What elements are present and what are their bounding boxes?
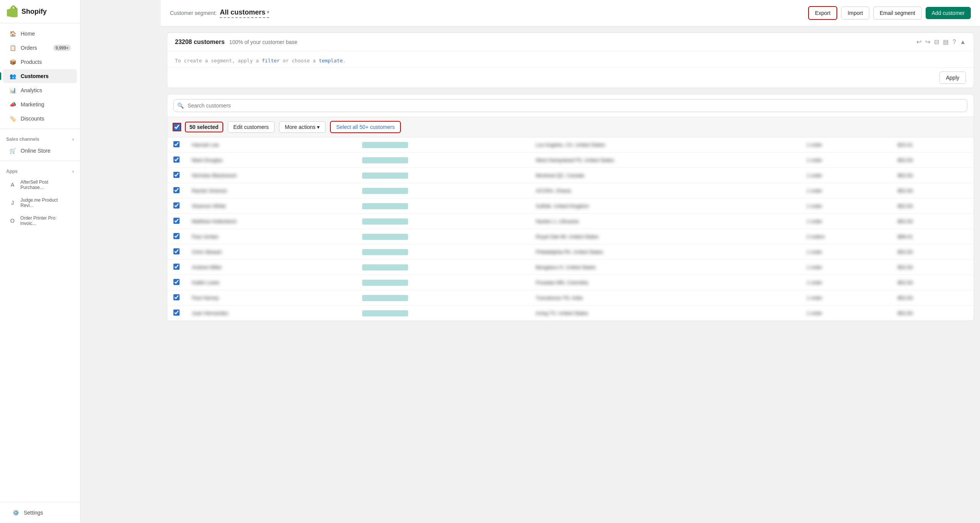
store-icon: 🛒 bbox=[9, 147, 16, 154]
table-row: Shannon White Suffolk, United Kingdom 1 … bbox=[167, 199, 973, 214]
row-checkbox-cell[interactable] bbox=[167, 183, 186, 199]
add-customer-button[interactable]: Add customer bbox=[926, 7, 971, 19]
row-checkbox[interactable] bbox=[173, 310, 180, 316]
sidebar-item-marketing[interactable]: 📣 Marketing bbox=[3, 98, 77, 111]
row-email-value bbox=[362, 188, 408, 194]
sidebar-item-judgeme-label: Judge.me Product Revi... bbox=[21, 197, 71, 208]
row-checkbox-cell[interactable] bbox=[167, 260, 186, 275]
row-orders: 1 order bbox=[800, 290, 892, 306]
row-name[interactable]: Chris Stewart bbox=[186, 244, 356, 260]
row-name[interactable]: Andrew Miller bbox=[186, 260, 356, 275]
row-location: ACCRA, Ghana bbox=[530, 183, 800, 199]
row-checkbox-cell[interactable] bbox=[167, 137, 186, 153]
edit-customers-button[interactable]: Edit customers bbox=[228, 121, 275, 133]
row-email-value bbox=[362, 295, 408, 301]
template-icon[interactable]: ▤ bbox=[943, 38, 949, 46]
row-checkbox[interactable] bbox=[173, 294, 180, 300]
filter-icon[interactable]: ⊟ bbox=[934, 38, 939, 46]
row-checkbox[interactable] bbox=[173, 172, 180, 178]
row-checkbox-cell[interactable] bbox=[167, 168, 186, 183]
segment-name[interactable]: All customers ▾ bbox=[220, 8, 269, 18]
row-amount: $89.41 bbox=[892, 229, 973, 244]
filter-link[interactable]: filter bbox=[262, 58, 280, 64]
collapse-icon[interactable]: ▲ bbox=[960, 39, 966, 46]
row-checkbox-cell[interactable] bbox=[167, 306, 186, 321]
selected-count-badge: 50 selected bbox=[185, 122, 223, 132]
row-checkbox[interactable] bbox=[173, 156, 180, 163]
orderprinter-icon: O bbox=[9, 217, 16, 224]
segment-hint: To create a segment, apply a filter or c… bbox=[175, 58, 346, 64]
undo-icon[interactable]: ↩ bbox=[916, 38, 921, 46]
more-actions-chevron-icon: ▾ bbox=[317, 124, 320, 130]
select-all-checkbox[interactable] bbox=[173, 124, 180, 130]
app-name: Shopify bbox=[21, 8, 47, 16]
row-amount: $52.83 bbox=[892, 168, 973, 183]
row-checkbox-cell[interactable] bbox=[167, 153, 186, 168]
sidebar-item-orders[interactable]: 📋 Orders 9,999+ bbox=[3, 41, 77, 55]
search-customers-input[interactable] bbox=[173, 99, 967, 112]
row-location: Irving TX, United States bbox=[530, 306, 800, 321]
select-all-customers-button[interactable]: Select all 50+ customers bbox=[330, 121, 401, 133]
import-button[interactable]: Import bbox=[841, 7, 869, 20]
template-link[interactable]: template bbox=[319, 58, 343, 64]
row-checkbox[interactable] bbox=[173, 233, 180, 239]
row-name[interactable]: Shannon White bbox=[186, 199, 356, 214]
row-email-value bbox=[362, 173, 408, 179]
row-checkbox[interactable] bbox=[173, 187, 180, 193]
row-orders: 1 order bbox=[800, 183, 892, 199]
email-segment-button[interactable]: Email segment bbox=[873, 7, 922, 20]
chevron-down-icon: ▾ bbox=[267, 10, 269, 15]
row-checkbox-cell[interactable] bbox=[167, 290, 186, 306]
row-amount: $52.83 bbox=[892, 260, 973, 275]
sidebar-item-aftersell[interactable]: A AfterSell Post Purchase... bbox=[3, 176, 77, 194]
export-button[interactable]: Export bbox=[808, 6, 837, 20]
row-orders: 1 order bbox=[800, 214, 892, 229]
segment-panel: 23208 customers 100% of your customer ba… bbox=[167, 33, 974, 88]
row-checkbox-cell[interactable] bbox=[167, 244, 186, 260]
sidebar-item-products[interactable]: 📦 Products bbox=[3, 55, 77, 69]
customer-rows: Hannah Lee Los Angeles, CA, United State… bbox=[167, 137, 973, 321]
sidebar-item-judgeme[interactable]: J Judge.me Product Revi... bbox=[3, 194, 77, 212]
sidebar-item-orderprinter[interactable]: O Order Printer Pro: Invoic... bbox=[3, 212, 77, 230]
search-bar-wrapper: 🔍 bbox=[173, 99, 967, 112]
row-checkbox[interactable] bbox=[173, 218, 180, 224]
sidebar-item-analytics[interactable]: 📊 Analytics bbox=[3, 83, 77, 97]
sidebar-item-home[interactable]: 🏠 Home bbox=[3, 27, 77, 41]
row-name[interactable]: Kaitlin Lewis bbox=[186, 275, 356, 290]
row-checkbox-cell[interactable] bbox=[167, 214, 186, 229]
sidebar-item-online-store[interactable]: 🛒 Online Store bbox=[3, 144, 77, 158]
row-checkbox[interactable] bbox=[173, 279, 180, 285]
row-name[interactable]: Hannah Lee bbox=[186, 137, 356, 153]
segment-panel-header: 23208 customers 100% of your customer ba… bbox=[167, 33, 973, 51]
row-checkbox-cell[interactable] bbox=[167, 199, 186, 214]
row-name[interactable]: Paul Harvey bbox=[186, 290, 356, 306]
row-checkbox-cell[interactable] bbox=[167, 229, 186, 244]
sidebar-item-aftersell-label: AfterSell Post Purchase... bbox=[20, 179, 71, 190]
row-checkbox-cell[interactable] bbox=[167, 275, 186, 290]
row-checkbox[interactable] bbox=[173, 202, 180, 209]
row-email-value bbox=[362, 157, 408, 163]
row-checkbox[interactable] bbox=[173, 248, 180, 254]
help-icon[interactable]: ? bbox=[952, 39, 956, 46]
row-checkbox[interactable] bbox=[173, 141, 180, 147]
row-name[interactable]: Rachel Jimenez bbox=[186, 183, 356, 199]
analytics-icon: 📊 bbox=[9, 87, 16, 94]
row-email-value bbox=[362, 234, 408, 240]
sidebar-item-settings[interactable]: ⚙️ Settings bbox=[6, 506, 74, 520]
row-name[interactable]: Paul Jordan bbox=[186, 229, 356, 244]
sidebar-item-customers[interactable]: 👥 Customers bbox=[3, 69, 77, 83]
row-name[interactable]: Matthew Hollenbeck bbox=[186, 214, 356, 229]
table-row: Nicholas Blackwood Montreal QC, Canada 1… bbox=[167, 168, 973, 183]
row-email bbox=[356, 244, 530, 260]
table-row: Paul Jordan Royal Oak MI, United States … bbox=[167, 229, 973, 244]
more-actions-button[interactable]: More actions ▾ bbox=[279, 121, 325, 133]
row-name[interactable]: Mark Douglas bbox=[186, 153, 356, 168]
row-name[interactable]: Juan Hernandez bbox=[186, 306, 356, 321]
orders-icon: 📋 bbox=[9, 44, 16, 51]
sidebar-item-discounts[interactable]: 🏷️ Discounts bbox=[3, 112, 77, 125]
sidebar: Shopify 🏠 Home 📋 Orders 9,999+ 📦 Product… bbox=[0, 0, 80, 523]
redo-icon[interactable]: ↪ bbox=[925, 38, 930, 46]
row-checkbox[interactable] bbox=[173, 264, 180, 270]
row-name[interactable]: Nicholas Blackwood bbox=[186, 168, 356, 183]
apply-button[interactable]: Apply bbox=[939, 72, 966, 84]
